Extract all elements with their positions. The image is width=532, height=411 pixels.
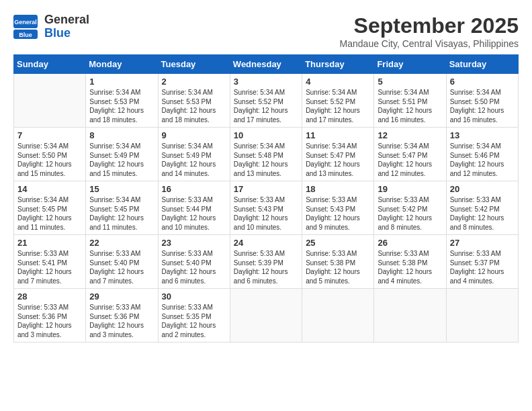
day-info: Sunrise: 5:34 AM Sunset: 5:53 PM Dayligh… [162, 88, 226, 124]
weekday-header-wednesday: Wednesday [230, 55, 302, 74]
calendar-cell: 6Sunrise: 5:34 AM Sunset: 5:50 PM Daylig… [446, 74, 518, 128]
calendar-cell: 4Sunrise: 5:34 AM Sunset: 5:52 PM Daylig… [302, 74, 374, 128]
calendar-cell: 29Sunrise: 5:33 AM Sunset: 5:36 PM Dayli… [86, 289, 158, 342]
day-number: 23 [162, 238, 226, 248]
day-info: Sunrise: 5:33 AM Sunset: 5:40 PM Dayligh… [89, 249, 154, 285]
calendar-cell: 5Sunrise: 5:34 AM Sunset: 5:51 PM Daylig… [374, 74, 446, 128]
calendar-cell: 26Sunrise: 5:33 AM Sunset: 5:38 PM Dayli… [374, 235, 446, 289]
calendar-week-row: 1Sunrise: 5:34 AM Sunset: 5:53 PM Daylig… [14, 74, 519, 128]
day-number: 17 [234, 184, 298, 194]
day-info: Sunrise: 5:34 AM Sunset: 5:45 PM Dayligh… [89, 195, 154, 232]
day-info: Sunrise: 5:34 AM Sunset: 5:46 PM Dayligh… [450, 142, 515, 178]
day-number: 18 [306, 184, 370, 194]
day-number: 21 [17, 238, 82, 248]
location-subtitle: Mandaue City, Central Visayas, Philippin… [340, 38, 519, 49]
calendar-cell: 1Sunrise: 5:34 AM Sunset: 5:53 PM Daylig… [86, 74, 158, 128]
day-info: Sunrise: 5:33 AM Sunset: 5:38 PM Dayligh… [306, 249, 370, 285]
calendar-cell: 9Sunrise: 5:34 AM Sunset: 5:49 PM Daylig… [158, 128, 230, 181]
calendar-cell: 14Sunrise: 5:34 AM Sunset: 5:45 PM Dayli… [14, 181, 86, 235]
calendar-cell: 12Sunrise: 5:34 AM Sunset: 5:47 PM Dayli… [374, 128, 446, 181]
day-number: 12 [378, 130, 442, 140]
calendar-cell: 30Sunrise: 5:33 AM Sunset: 5:35 PM Dayli… [158, 289, 230, 342]
day-number: 28 [17, 291, 82, 302]
day-info: Sunrise: 5:33 AM Sunset: 5:36 PM Dayligh… [89, 303, 154, 339]
calendar-cell: 22Sunrise: 5:33 AM Sunset: 5:40 PM Dayli… [86, 235, 158, 289]
day-number: 27 [450, 238, 515, 248]
calendar-cell: 18Sunrise: 5:33 AM Sunset: 5:43 PM Dayli… [302, 181, 374, 235]
day-number: 2 [162, 77, 226, 87]
day-info: Sunrise: 5:34 AM Sunset: 5:51 PM Dayligh… [378, 88, 442, 124]
calendar-week-row: 14Sunrise: 5:34 AM Sunset: 5:45 PM Dayli… [14, 181, 519, 235]
day-number: 7 [17, 130, 82, 140]
day-info: Sunrise: 5:33 AM Sunset: 5:36 PM Dayligh… [17, 303, 82, 339]
day-info: Sunrise: 5:34 AM Sunset: 5:49 PM Dayligh… [89, 142, 154, 178]
calendar-cell: 19Sunrise: 5:33 AM Sunset: 5:42 PM Dayli… [374, 181, 446, 235]
day-info: Sunrise: 5:33 AM Sunset: 5:42 PM Dayligh… [450, 195, 515, 232]
day-number: 25 [306, 238, 370, 248]
day-info: Sunrise: 5:34 AM Sunset: 5:50 PM Dayligh… [17, 142, 82, 178]
general-blue-icon: General Blue [13, 15, 38, 39]
page-header: General Blue General Blue September 2025… [13, 13, 519, 49]
calendar-cell: 25Sunrise: 5:33 AM Sunset: 5:38 PM Dayli… [302, 235, 374, 289]
day-number: 24 [234, 238, 298, 248]
calendar-cell [374, 289, 446, 342]
day-info: Sunrise: 5:33 AM Sunset: 5:42 PM Dayligh… [378, 195, 442, 232]
calendar-cell: 20Sunrise: 5:33 AM Sunset: 5:42 PM Dayli… [446, 181, 518, 235]
weekday-header-monday: Monday [86, 55, 158, 74]
calendar-cell [14, 74, 86, 128]
day-info: Sunrise: 5:34 AM Sunset: 5:53 PM Dayligh… [89, 88, 154, 124]
day-info: Sunrise: 5:33 AM Sunset: 5:37 PM Dayligh… [450, 249, 515, 285]
day-info: Sunrise: 5:34 AM Sunset: 5:50 PM Dayligh… [450, 88, 515, 124]
calendar-cell: 11Sunrise: 5:34 AM Sunset: 5:47 PM Dayli… [302, 128, 374, 181]
day-info: Sunrise: 5:33 AM Sunset: 5:44 PM Dayligh… [162, 195, 226, 232]
day-info: Sunrise: 5:33 AM Sunset: 5:41 PM Dayligh… [17, 249, 82, 285]
day-info: Sunrise: 5:34 AM Sunset: 5:52 PM Dayligh… [306, 88, 370, 124]
calendar-cell: 10Sunrise: 5:34 AM Sunset: 5:48 PM Dayli… [230, 128, 302, 181]
weekday-header-tuesday: Tuesday [158, 55, 230, 74]
calendar-cell [446, 289, 518, 342]
calendar-cell: 3Sunrise: 5:34 AM Sunset: 5:52 PM Daylig… [230, 74, 302, 128]
calendar-cell: 8Sunrise: 5:34 AM Sunset: 5:49 PM Daylig… [86, 128, 158, 181]
calendar-cell: 24Sunrise: 5:33 AM Sunset: 5:39 PM Dayli… [230, 235, 302, 289]
calendar-cell [302, 289, 374, 342]
calendar-week-row: 28Sunrise: 5:33 AM Sunset: 5:36 PM Dayli… [14, 289, 519, 342]
calendar-cell: 15Sunrise: 5:34 AM Sunset: 5:45 PM Dayli… [86, 181, 158, 235]
day-info: Sunrise: 5:33 AM Sunset: 5:43 PM Dayligh… [306, 195, 370, 232]
day-number: 20 [450, 184, 515, 194]
day-number: 16 [162, 184, 226, 194]
title-block: September 2025 Mandaue City, Central Vis… [340, 13, 519, 49]
calendar-cell: 13Sunrise: 5:34 AM Sunset: 5:46 PM Dayli… [446, 128, 518, 181]
day-info: Sunrise: 5:33 AM Sunset: 5:40 PM Dayligh… [162, 249, 226, 285]
day-number: 8 [89, 130, 154, 140]
calendar-week-row: 7Sunrise: 5:34 AM Sunset: 5:50 PM Daylig… [14, 128, 519, 181]
calendar-week-row: 21Sunrise: 5:33 AM Sunset: 5:41 PM Dayli… [14, 235, 519, 289]
day-number: 26 [378, 238, 442, 248]
day-info: Sunrise: 5:33 AM Sunset: 5:39 PM Dayligh… [234, 249, 298, 285]
weekday-header-sunday: Sunday [14, 55, 86, 74]
day-number: 4 [306, 77, 370, 87]
calendar-cell: 7Sunrise: 5:34 AM Sunset: 5:50 PM Daylig… [14, 128, 86, 181]
day-number: 11 [306, 130, 370, 140]
calendar-cell: 23Sunrise: 5:33 AM Sunset: 5:40 PM Dayli… [158, 235, 230, 289]
weekday-header-friday: Friday [374, 55, 446, 74]
day-number: 13 [450, 130, 515, 140]
calendar-cell: 17Sunrise: 5:33 AM Sunset: 5:43 PM Dayli… [230, 181, 302, 235]
day-info: Sunrise: 5:34 AM Sunset: 5:49 PM Dayligh… [162, 142, 226, 178]
day-number: 10 [234, 130, 298, 140]
day-info: Sunrise: 5:34 AM Sunset: 5:48 PM Dayligh… [234, 142, 298, 178]
day-info: Sunrise: 5:33 AM Sunset: 5:35 PM Dayligh… [162, 303, 226, 339]
day-number: 22 [89, 238, 154, 248]
calendar-cell: 2Sunrise: 5:34 AM Sunset: 5:53 PM Daylig… [158, 74, 230, 128]
weekday-header-row: SundayMondayTuesdayWednesdayThursdayFrid… [14, 55, 519, 74]
day-number: 30 [162, 291, 226, 302]
calendar-cell [230, 289, 302, 342]
day-number: 29 [89, 291, 154, 302]
day-info: Sunrise: 5:34 AM Sunset: 5:47 PM Dayligh… [306, 142, 370, 178]
day-number: 1 [89, 77, 154, 87]
day-number: 5 [378, 77, 442, 87]
svg-text:General: General [14, 19, 37, 26]
month-year-title: September 2025 [340, 13, 519, 38]
calendar-cell: 21Sunrise: 5:33 AM Sunset: 5:41 PM Dayli… [14, 235, 86, 289]
day-number: 6 [450, 77, 515, 87]
weekday-header-thursday: Thursday [302, 55, 374, 74]
